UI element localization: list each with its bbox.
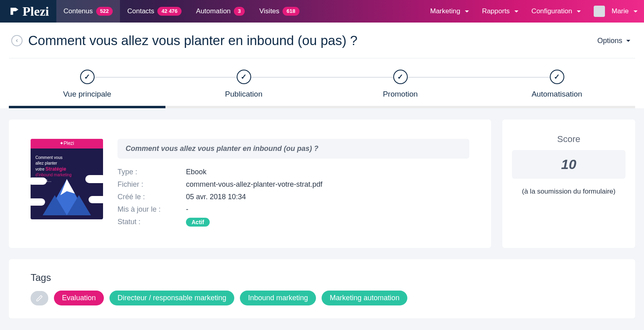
content-thumbnail: ✦ Plezi Comment vous allez planter votre… bbox=[31, 139, 103, 219]
nav-marketing[interactable]: Marketing bbox=[424, 0, 476, 23]
meta-label: Type : bbox=[118, 168, 186, 176]
nav-right: Marketing Rapports Configuration Marie bbox=[424, 0, 644, 23]
score-label: Score bbox=[512, 134, 625, 144]
tag-directeur[interactable]: Directeur / responsable marketing bbox=[109, 291, 234, 305]
meta-value: 05 avr. 2018 10:34 bbox=[186, 193, 246, 201]
nav-automation[interactable]: Automation 3 bbox=[189, 0, 252, 23]
score-hint: (à la soumission du formulaire) bbox=[512, 188, 625, 196]
check-icon: ✓ bbox=[237, 70, 251, 84]
content-title-input[interactable]: Comment vous allez vous planter en inbou… bbox=[118, 139, 469, 159]
step-promotion[interactable]: ✓ Promotion bbox=[322, 70, 479, 99]
nav-label: Contenus bbox=[64, 7, 93, 15]
step-label: Publication bbox=[225, 90, 262, 99]
meta-type: Type : Ebook bbox=[118, 166, 469, 178]
nav-label: Configuration bbox=[531, 7, 572, 15]
check-icon: ✓ bbox=[550, 70, 564, 84]
check-icon: ✓ bbox=[393, 70, 408, 84]
nav-label: Visites bbox=[259, 7, 279, 15]
meta-value: Ebook bbox=[186, 168, 206, 176]
details-card: ✦ Plezi Comment vous allez planter votre… bbox=[9, 120, 491, 248]
nav-user[interactable]: Marie bbox=[587, 0, 644, 23]
nav-label: Automation bbox=[196, 7, 231, 15]
step-automatisation[interactable]: ✓ Automatisation bbox=[479, 70, 635, 99]
step-label: Vue principale bbox=[63, 90, 111, 99]
status-badge: Actif bbox=[186, 218, 210, 227]
nav-visites[interactable]: Visites 618 bbox=[252, 0, 306, 23]
meta-label: Mis à jour le : bbox=[118, 205, 186, 214]
edit-tags-button[interactable] bbox=[31, 291, 48, 305]
nav-label: Rapports bbox=[482, 7, 510, 15]
chevron-down-icon bbox=[626, 40, 630, 42]
top-nav: Plezi Contenus 522 Contacts 42 476 Autom… bbox=[0, 0, 644, 23]
score-value: 10 bbox=[512, 150, 625, 179]
chevron-down-icon bbox=[577, 10, 581, 12]
avatar bbox=[594, 6, 605, 17]
page-title: Comment vous allez vous planter en inbou… bbox=[28, 33, 357, 48]
user-name: Marie bbox=[611, 7, 629, 15]
meta-file: Fichier : comment-vous-allez-planter-vot… bbox=[118, 178, 469, 191]
options-label: Options bbox=[597, 37, 622, 45]
nav-badge: 42 476 bbox=[157, 7, 182, 16]
chevron-down-icon bbox=[514, 10, 518, 12]
chevron-left-icon bbox=[14, 38, 19, 43]
options-button[interactable]: Options bbox=[597, 37, 633, 45]
check-icon: ✓ bbox=[80, 70, 95, 84]
content-area: ✦ Plezi Comment vous allez planter votre… bbox=[0, 108, 644, 330]
score-card: Score 10 (à la soumission du formulaire) bbox=[502, 120, 635, 248]
edit-icon bbox=[36, 295, 43, 302]
nav-contacts[interactable]: Contacts 42 476 bbox=[120, 0, 189, 23]
tags-title: Tags bbox=[31, 272, 613, 283]
brand-icon bbox=[10, 6, 20, 17]
nav-rapports[interactable]: Rapports bbox=[475, 0, 525, 23]
nav-badge: 3 bbox=[234, 7, 245, 16]
tags-card: Tags Evaluation Directeur / responsable … bbox=[9, 259, 635, 318]
tags-row: Evaluation Directeur / responsable marke… bbox=[31, 291, 613, 305]
nav-label: Marketing bbox=[430, 7, 460, 15]
brand[interactable]: Plezi bbox=[0, 0, 56, 23]
meta-value: - bbox=[186, 205, 188, 214]
nav-badge: 522 bbox=[96, 7, 113, 16]
details: Comment vous allez vous planter en inbou… bbox=[118, 139, 469, 229]
tag-inbound[interactable]: Inbound marketing bbox=[240, 291, 316, 305]
meta-updated: Mis à jour le : - bbox=[118, 203, 469, 216]
progress-fill bbox=[9, 106, 165, 108]
steps: ✓ Vue principale ✓ Publication ✓ Promoti… bbox=[9, 58, 635, 106]
back-button[interactable] bbox=[11, 35, 23, 46]
thumb-brand-icon: ✦ Plezi bbox=[31, 140, 103, 146]
step-label: Automatisation bbox=[532, 90, 582, 99]
chevron-down-icon bbox=[634, 10, 638, 12]
meta-label: Fichier : bbox=[118, 180, 186, 189]
nav-badge: 618 bbox=[283, 7, 299, 16]
tag-automation[interactable]: Marketing automation bbox=[322, 291, 407, 305]
meta-value: comment-vous-allez-planter-votre-strat.p… bbox=[186, 180, 322, 189]
nav-label: Contacts bbox=[127, 7, 154, 15]
meta-label: Créé le : bbox=[118, 193, 186, 201]
nav-contenus[interactable]: Contenus 522 bbox=[56, 0, 120, 23]
tag-evaluation[interactable]: Evaluation bbox=[54, 291, 104, 305]
nav-configuration[interactable]: Configuration bbox=[525, 0, 587, 23]
meta-status: Statut : Actif bbox=[118, 216, 469, 229]
brand-text: Plezi bbox=[23, 4, 49, 19]
step-label: Promotion bbox=[383, 90, 418, 99]
step-publication[interactable]: ✓ Publication bbox=[165, 70, 322, 99]
meta-label: Statut : bbox=[118, 218, 186, 227]
chevron-down-icon bbox=[465, 10, 469, 12]
meta-created: Créé le : 05 avr. 2018 10:34 bbox=[118, 191, 469, 203]
page-header: Comment vous allez vous planter en inbou… bbox=[0, 23, 644, 52]
mountain-icon bbox=[43, 179, 91, 215]
step-vue-principale[interactable]: ✓ Vue principale bbox=[9, 70, 165, 99]
